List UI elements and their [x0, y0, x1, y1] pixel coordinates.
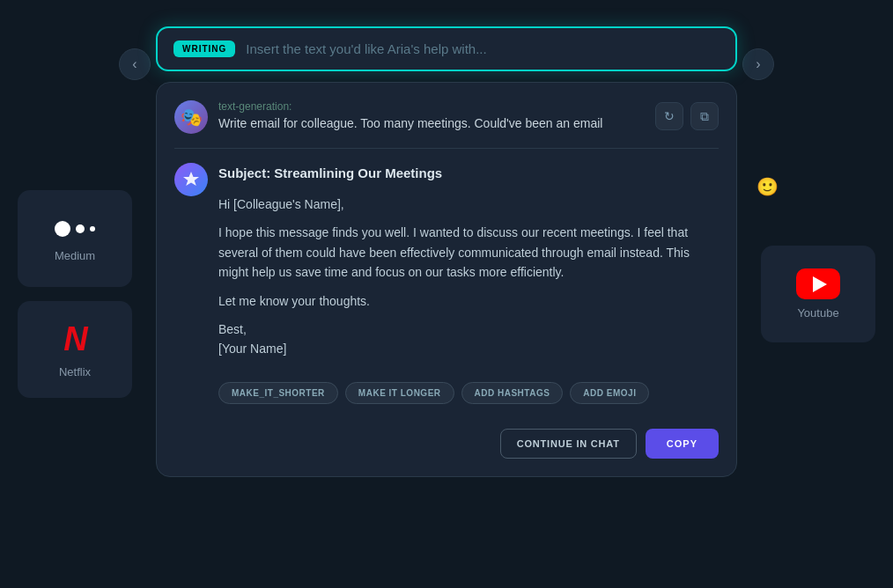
youtube-icon — [796, 268, 840, 299]
refresh-button[interactable]: ↻ — [655, 102, 683, 130]
aria-avatar — [174, 163, 208, 196]
copy-icon: ⧉ — [700, 109, 709, 124]
nav-right-button[interactable]: › — [742, 48, 774, 80]
chip-hashtags[interactable]: ADD HASHTAGS — [461, 382, 564, 404]
copy-button[interactable]: COPY — [646, 429, 719, 459]
copy-message-button[interactable]: ⧉ — [690, 102, 719, 130]
avatar-emoji: 🎭 — [181, 107, 203, 128]
user-avatar: 🎭 — [174, 100, 208, 134]
emoji-button[interactable]: 🙂 — [756, 176, 779, 197]
youtube-label: Youtube — [797, 306, 838, 320]
input-bar[interactable]: WRITING Insert the text you'd like Aria'… — [156, 26, 737, 71]
sign-off-text: Best, — [218, 322, 247, 336]
writing-badge: WRITING — [173, 40, 235, 57]
ai-response: Subject: Streamlining Our Meetings Hi [C… — [174, 163, 719, 368]
response-body: Hi [Colleague's Name], I hope this messa… — [218, 195, 719, 359]
medium-app-card[interactable]: Medium — [18, 190, 132, 287]
response-closing: Let me know your thoughts. — [218, 291, 719, 311]
netflix-icon: N — [63, 320, 85, 358]
message-actions: ↻ ⧉ — [655, 102, 719, 130]
medium-icon — [53, 216, 97, 242]
input-placeholder: Insert the text you'd like Aria's help w… — [246, 41, 720, 56]
user-message-text: Write email for colleague. Too many meet… — [218, 116, 719, 130]
user-message: 🎭 text-generation: Write email for colle… — [174, 100, 719, 149]
netflix-app-card[interactable]: N Netflix — [18, 301, 132, 398]
chip-longer[interactable]: MAKE IT LONGER — [345, 382, 454, 404]
response-content: Subject: Streamlining Our Meetings Hi [C… — [218, 163, 719, 368]
medium-label: Medium — [55, 249, 95, 262]
response-greeting: Hi [Colleague's Name], — [218, 195, 719, 214]
user-message-content: text-generation: Write email for colleag… — [218, 100, 719, 130]
left-apps: Medium N Netflix — [18, 190, 132, 398]
main-overlay: WRITING Insert the text you'd like Aria'… — [156, 26, 737, 477]
response-subject: Subject: Streamlining Our Meetings — [218, 163, 719, 184]
action-chips: MAKE_IT_SHORTER MAKE IT LONGER ADD HASHT… — [218, 382, 719, 404]
netflix-label: Netflix — [59, 365, 91, 379]
refresh-icon: ↻ — [664, 109, 675, 123]
youtube-app-card[interactable]: Youtube — [761, 246, 875, 342]
right-arrow-icon: › — [756, 56, 760, 72]
bottom-actions: CONTINUE IN CHAT COPY — [174, 418, 719, 459]
user-message-label: text-generation: — [218, 100, 719, 113]
chip-shorter[interactable]: MAKE_IT_SHORTER — [218, 382, 338, 404]
sign-off-name: [Your Name] — [218, 342, 286, 356]
left-arrow-icon: ‹ — [132, 56, 137, 72]
response-sign-off: Best, [Your Name] — [218, 320, 719, 359]
right-apps: Youtube — [761, 246, 875, 342]
nav-left-button[interactable]: ‹ — [119, 48, 151, 80]
continue-in-chat-button[interactable]: CONTINUE IN CHAT — [500, 429, 637, 459]
response-body1: I hope this message finds you well. I wa… — [218, 223, 719, 282]
chat-card: 🎭 text-generation: Write email for colle… — [156, 82, 737, 477]
chip-emoji[interactable]: ADD EMOJI — [570, 382, 649, 404]
